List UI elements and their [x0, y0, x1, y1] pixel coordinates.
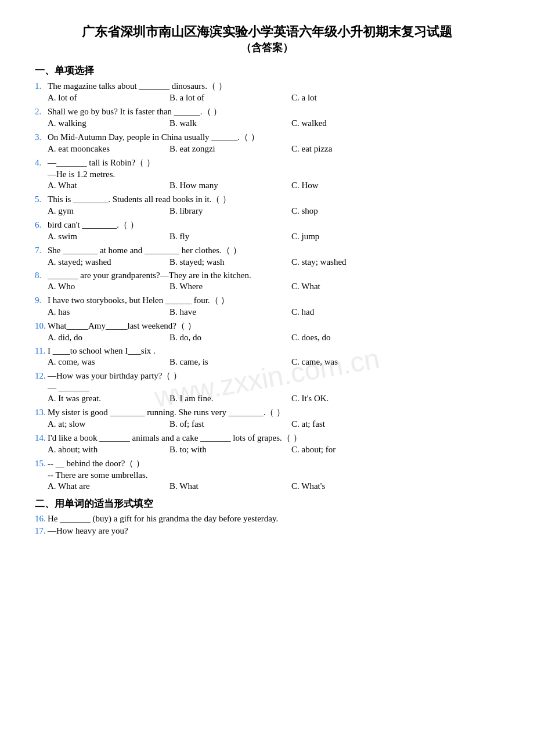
option-item: A. It was great. — [48, 394, 169, 404]
option-item: C. came, was — [291, 357, 396, 367]
question-item: 2.Shall we go by bus? It is faster than … — [35, 106, 499, 128]
question-item: 10.What_____Amy_____last weekend?（ ）A. d… — [35, 321, 499, 343]
question-number: 7. — [35, 246, 48, 255]
question-number: 6. — [35, 220, 48, 230]
question-item: 16.He _______ (buy) a gift for his grand… — [35, 514, 499, 524]
option-item: B. have — [169, 307, 291, 317]
question-text: This is ________. Students all read book… — [48, 194, 499, 205]
option-item: A. did, do — [48, 333, 169, 343]
question-item: 4.—_______ tall is Robin?（ ）—He is 1.2 m… — [35, 157, 499, 190]
options-row: A. It was great.B. I am fine.C. It's OK. — [48, 394, 499, 404]
option-item: A. Who — [48, 282, 169, 291]
question-sub: -- There are some umbrellas. — [48, 470, 499, 480]
option-item: A. come, was — [48, 357, 169, 367]
option-item: B. stayed; wash — [169, 257, 291, 267]
option-item: C. at; fast — [291, 419, 396, 429]
question-text: —How was your birthday party?（ ） — [48, 370, 499, 381]
question-item: 14.I'd like a book _______ animals and a… — [35, 433, 499, 455]
option-item: A. lot of — [48, 93, 169, 103]
options-row: A. did, doB. do, doC. does, do — [48, 333, 499, 343]
option-item: C. What — [291, 282, 396, 291]
question-item: 9.I have two storybooks, but Helen _____… — [35, 295, 499, 317]
question-text: I'd like a book _______ animals and a ca… — [48, 433, 499, 444]
section1-header: 一、单项选择 — [35, 64, 499, 77]
option-item: C. jump — [291, 232, 396, 242]
options-row: A. about; withB. to; withC. about; for — [48, 445, 499, 455]
question-text: What_____Amy_____last weekend?（ ） — [48, 321, 499, 332]
question-item: 6. bird can't ________.（ ）A. swimB. flyC… — [35, 219, 499, 242]
question-text: I ____to school when I___six . — [48, 346, 499, 356]
question-number: 17. — [35, 526, 48, 536]
option-item: B. to; with — [169, 445, 291, 455]
option-item: C. had — [291, 307, 396, 317]
option-item: A. What are — [48, 481, 169, 491]
question-item: 5.This is ________. Students all read bo… — [35, 194, 499, 216]
option-item: A. eat mooncakes — [48, 144, 169, 154]
option-item: B. fly — [169, 232, 291, 242]
question-sub: — _______ — [48, 383, 499, 393]
options-row: A. walkingB. walkC. walked — [48, 118, 499, 128]
option-item: B. do, do — [169, 333, 291, 343]
question-number: 2. — [35, 107, 48, 117]
option-item: B. came, is — [169, 357, 291, 367]
question-number: 11. — [35, 346, 48, 356]
question-item: 8._______ are your grandparents?—They ar… — [35, 271, 499, 291]
question-number: 5. — [35, 195, 48, 204]
question-text: bird can't ________.（ ） — [48, 219, 499, 231]
question-number: 9. — [35, 296, 48, 305]
question-number: 3. — [35, 132, 48, 142]
question-number: 13. — [35, 408, 48, 417]
option-item: B. of; fast — [169, 419, 291, 429]
options-row: A. eat mooncakesB. eat zongziC. eat pizz… — [48, 144, 499, 154]
question-item: 17.—How heavy are you? — [35, 526, 499, 536]
question-item: 11.I ____to school when I___six .A. come… — [35, 346, 499, 367]
options-row: A. swimB. flyC. jump — [48, 232, 499, 242]
question-text: —_______ tall is Robin?（ ） — [48, 157, 499, 168]
option-item: A. walking — [48, 118, 169, 128]
option-item: A. at; slow — [48, 419, 169, 429]
options-row: A. WhatB. How manyC. How — [48, 181, 499, 190]
options-row: A. come, wasB. came, isC. came, was — [48, 357, 499, 367]
option-item: B. library — [169, 206, 291, 216]
option-item: B. walk — [169, 118, 291, 128]
question-text: Shall we go by bus? It is faster than __… — [48, 106, 499, 117]
option-item: A. about; with — [48, 445, 169, 455]
question-item: 12.—How was your birthday party?（ ）— ___… — [35, 370, 499, 404]
option-item: B. eat zongzi — [169, 144, 291, 154]
option-item: B. I am fine. — [169, 394, 291, 404]
option-item: A. What — [48, 181, 169, 190]
title-main: 广东省深圳市南山区海滨实验小学英语六年级小升初期末复习试题 — [35, 23, 499, 41]
option-item: C. What's — [291, 481, 396, 491]
option-item: B. Where — [169, 282, 291, 291]
option-item: C. stay; washed — [291, 257, 396, 267]
options-row: A. stayed; washedB. stayed; washC. stay;… — [48, 257, 499, 267]
options-row: A. What areB. WhatC. What's — [48, 481, 499, 491]
question-text: I have two storybooks, but Helen ______ … — [48, 295, 499, 306]
question-text: My sister is good ________ running. She … — [48, 407, 499, 418]
question-number: 16. — [35, 514, 48, 524]
questions-container: 1.The magazine talks about _______ dinos… — [35, 81, 499, 491]
questions2-container: 16.He _______ (buy) a gift for his grand… — [35, 514, 499, 536]
options-row: A. WhoB. WhereC. What — [48, 282, 499, 291]
question-item: 1.The magazine talks about _______ dinos… — [35, 81, 499, 103]
question-number: 12. — [35, 371, 48, 381]
title-block: 广东省深圳市南山区海滨实验小学英语六年级小升初期末复习试题 （含答案） — [35, 23, 499, 55]
option-item: B. How many — [169, 181, 291, 190]
question-text: _______ are your grandparents?—They are … — [48, 271, 499, 280]
option-item: C. about; for — [291, 445, 396, 455]
question-item: 15.-- __ behind the door?（ ）-- There are… — [35, 458, 499, 491]
title-sub: （含答案） — [35, 41, 499, 55]
question-text: She ________ at home and ________ her cl… — [48, 245, 499, 256]
question-sub: —He is 1.2 metres. — [48, 170, 499, 179]
options-row: A. hasB. haveC. had — [48, 307, 499, 317]
options-row: A. lot ofB. a lot ofC. a lot — [48, 93, 499, 103]
option-item: C. does, do — [291, 333, 396, 343]
question-item: 13.My sister is good ________ running. S… — [35, 407, 499, 429]
question-item: 3.On Mid-Autumn Day, people in China usu… — [35, 132, 499, 154]
option-item: C. eat pizza — [291, 144, 396, 154]
question-number: 15. — [35, 459, 48, 469]
option-item: C. a lot — [291, 93, 396, 103]
option-item: A. swim — [48, 232, 169, 242]
question-number: 8. — [35, 271, 48, 280]
option-item: C. It's OK. — [291, 394, 396, 404]
